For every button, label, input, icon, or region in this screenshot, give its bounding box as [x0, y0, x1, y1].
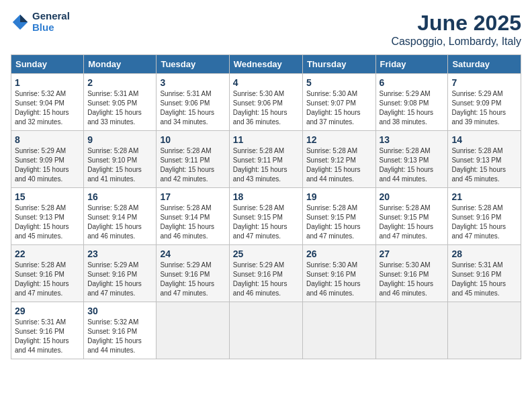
day-info: Sunrise: 5:29 AMSunset: 9:08 PMDaylight:…: [380, 89, 445, 127]
day-info: Sunrise: 5:28 AMSunset: 9:11 PMDaylight:…: [160, 146, 225, 184]
day-info: Sunrise: 5:28 AMSunset: 9:16 PMDaylight:…: [451, 203, 517, 241]
day-info: Sunrise: 5:28 AMSunset: 9:15 PMDaylight:…: [380, 203, 445, 241]
day-number: 18: [233, 191, 299, 202]
day-info: Sunrise: 5:29 AMSunset: 9:09 PMDaylight:…: [15, 146, 80, 184]
calendar-body: 1Sunrise: 5:32 AMSunset: 9:04 PMDaylight…: [11, 74, 521, 359]
calendar-title: June 2025: [391, 11, 521, 36]
day-info: Sunrise: 5:29 AMSunset: 9:16 PMDaylight:…: [160, 261, 225, 298]
day-number: 22: [15, 248, 80, 259]
calendar-cell: 12Sunrise: 5:28 AMSunset: 9:12 PMDayligh…: [302, 131, 375, 188]
day-number: 30: [87, 306, 152, 316]
day-number: 21: [451, 191, 517, 202]
day-number: 12: [306, 134, 372, 145]
day-number: 3: [160, 77, 225, 88]
calendar-cell: 2Sunrise: 5:31 AMSunset: 9:05 PMDaylight…: [84, 74, 157, 131]
day-number: 23: [87, 248, 152, 259]
calendar-cell: 1Sunrise: 5:32 AMSunset: 9:04 PMDaylight…: [11, 74, 84, 131]
day-info: Sunrise: 5:28 AMSunset: 9:13 PMDaylight:…: [15, 203, 80, 241]
calendar-cell: 21Sunrise: 5:28 AMSunset: 9:16 PMDayligh…: [448, 188, 521, 245]
day-number: 9: [87, 134, 152, 145]
day-info: Sunrise: 5:31 AMSunset: 9:16 PMDaylight:…: [451, 261, 517, 298]
weekday-header-friday: Friday: [375, 55, 448, 74]
page-header: General Blue June 2025 Caspoggio, Lombar…: [11, 11, 521, 48]
calendar-cell: 10Sunrise: 5:28 AMSunset: 9:11 PMDayligh…: [157, 131, 229, 188]
calendar-cell: 17Sunrise: 5:28 AMSunset: 9:14 PMDayligh…: [157, 188, 229, 245]
weekday-header-tuesday: Tuesday: [157, 55, 229, 74]
day-number: 28: [451, 248, 517, 259]
day-info: Sunrise: 5:30 AMSunset: 9:06 PMDaylight:…: [233, 89, 299, 127]
day-number: 20: [380, 191, 445, 202]
day-number: 19: [306, 191, 372, 202]
calendar-cell: 16Sunrise: 5:28 AMSunset: 9:14 PMDayligh…: [84, 188, 157, 245]
day-info: Sunrise: 5:28 AMSunset: 9:16 PMDaylight:…: [15, 261, 80, 298]
day-number: 29: [15, 306, 80, 316]
day-info: Sunrise: 5:31 AMSunset: 9:06 PMDaylight:…: [160, 89, 225, 127]
calendar-cell: 8Sunrise: 5:29 AMSunset: 9:09 PMDaylight…: [11, 131, 84, 188]
calendar-cell: [375, 302, 448, 359]
weekday-header-row: SundayMondayTuesdayWednesdayThursdayFrid…: [11, 55, 521, 74]
day-number: 7: [451, 77, 517, 88]
day-info: Sunrise: 5:30 AMSunset: 9:07 PMDaylight:…: [306, 89, 372, 127]
day-info: Sunrise: 5:28 AMSunset: 9:13 PMDaylight:…: [380, 146, 445, 184]
day-info: Sunrise: 5:28 AMSunset: 9:11 PMDaylight:…: [233, 146, 299, 184]
calendar-cell: [229, 302, 302, 359]
calendar-cell: 28Sunrise: 5:31 AMSunset: 9:16 PMDayligh…: [448, 245, 521, 302]
day-info: Sunrise: 5:28 AMSunset: 9:15 PMDaylight:…: [306, 203, 372, 241]
calendar-cell: 26Sunrise: 5:30 AMSunset: 9:16 PMDayligh…: [302, 245, 375, 302]
calendar-cell: 13Sunrise: 5:28 AMSunset: 9:13 PMDayligh…: [375, 131, 448, 188]
calendar-cell: 4Sunrise: 5:30 AMSunset: 9:06 PMDaylight…: [229, 74, 302, 131]
calendar-cell: 19Sunrise: 5:28 AMSunset: 9:15 PMDayligh…: [302, 188, 375, 245]
logo-text-blue: Blue: [32, 21, 54, 33]
day-number: 17: [160, 191, 225, 202]
day-info: Sunrise: 5:29 AMSunset: 9:16 PMDaylight:…: [233, 261, 299, 298]
day-info: Sunrise: 5:28 AMSunset: 9:14 PMDaylight:…: [160, 203, 225, 241]
calendar-cell: 20Sunrise: 5:28 AMSunset: 9:15 PMDayligh…: [375, 188, 448, 245]
day-number: 24: [160, 248, 225, 259]
calendar-cell: 6Sunrise: 5:29 AMSunset: 9:08 PMDaylight…: [375, 74, 448, 131]
day-info: Sunrise: 5:31 AMSunset: 9:05 PMDaylight:…: [87, 89, 152, 127]
day-number: 10: [160, 134, 225, 145]
calendar-cell: 3Sunrise: 5:31 AMSunset: 9:06 PMDaylight…: [157, 74, 229, 131]
calendar-cell: 14Sunrise: 5:28 AMSunset: 9:13 PMDayligh…: [448, 131, 521, 188]
day-number: 5: [306, 77, 372, 88]
day-number: 4: [233, 77, 299, 88]
day-info: Sunrise: 5:32 AMSunset: 9:16 PMDaylight:…: [87, 318, 152, 355]
day-info: Sunrise: 5:29 AMSunset: 9:09 PMDaylight:…: [451, 89, 517, 127]
calendar-week-2: 15Sunrise: 5:28 AMSunset: 9:13 PMDayligh…: [11, 188, 521, 245]
calendar-cell: 9Sunrise: 5:28 AMSunset: 9:10 PMDaylight…: [84, 131, 157, 188]
calendar-subtitle: Caspoggio, Lombardy, Italy: [391, 36, 521, 48]
calendar-cell: 5Sunrise: 5:30 AMSunset: 9:07 PMDaylight…: [302, 74, 375, 131]
calendar-week-1: 8Sunrise: 5:29 AMSunset: 9:09 PMDaylight…: [11, 131, 521, 188]
calendar-table: SundayMondayTuesdayWednesdayThursdayFrid…: [11, 54, 521, 359]
weekday-header-wednesday: Wednesday: [229, 55, 302, 74]
day-number: 8: [15, 134, 80, 145]
calendar-cell: 15Sunrise: 5:28 AMSunset: 9:13 PMDayligh…: [11, 188, 84, 245]
logo: General Blue: [11, 11, 70, 33]
calendar-cell: 23Sunrise: 5:29 AMSunset: 9:16 PMDayligh…: [84, 245, 157, 302]
day-info: Sunrise: 5:28 AMSunset: 9:15 PMDaylight:…: [233, 203, 299, 241]
calendar-cell: [157, 302, 229, 359]
calendar-cell: 24Sunrise: 5:29 AMSunset: 9:16 PMDayligh…: [157, 245, 229, 302]
day-number: 13: [380, 134, 445, 145]
day-info: Sunrise: 5:28 AMSunset: 9:10 PMDaylight:…: [87, 146, 152, 184]
calendar-cell: 22Sunrise: 5:28 AMSunset: 9:16 PMDayligh…: [11, 245, 84, 302]
day-number: 14: [451, 134, 517, 145]
svg-marker-1: [20, 14, 28, 21]
day-number: 26: [306, 248, 372, 259]
day-info: Sunrise: 5:29 AMSunset: 9:16 PMDaylight:…: [87, 261, 152, 298]
day-number: 2: [87, 77, 152, 88]
day-info: Sunrise: 5:32 AMSunset: 9:04 PMDaylight:…: [15, 89, 80, 127]
calendar-week-4: 29Sunrise: 5:31 AMSunset: 9:16 PMDayligh…: [11, 302, 521, 359]
day-info: Sunrise: 5:28 AMSunset: 9:14 PMDaylight:…: [87, 203, 152, 241]
day-number: 11: [233, 134, 299, 145]
calendar-cell: [302, 302, 375, 359]
day-number: 6: [380, 77, 445, 88]
logo-text-general: General: [32, 10, 70, 21]
day-info: Sunrise: 5:30 AMSunset: 9:16 PMDaylight:…: [306, 261, 372, 298]
day-number: 15: [15, 191, 80, 202]
day-info: Sunrise: 5:28 AMSunset: 9:12 PMDaylight:…: [306, 146, 372, 184]
calendar-week-0: 1Sunrise: 5:32 AMSunset: 9:04 PMDaylight…: [11, 74, 521, 131]
calendar-cell: 11Sunrise: 5:28 AMSunset: 9:11 PMDayligh…: [229, 131, 302, 188]
day-info: Sunrise: 5:31 AMSunset: 9:16 PMDaylight:…: [15, 318, 80, 355]
weekday-header-thursday: Thursday: [302, 55, 375, 74]
